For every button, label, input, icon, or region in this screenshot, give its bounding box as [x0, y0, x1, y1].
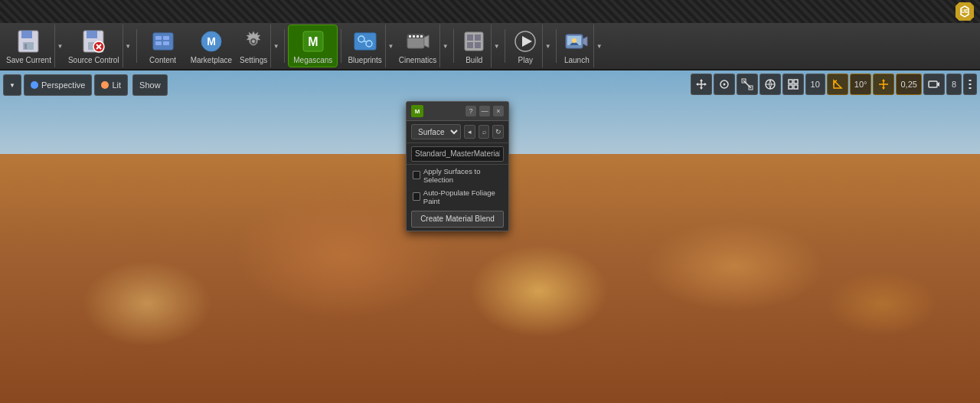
world-tool[interactable] — [760, 74, 781, 95]
svg-rect-12 — [155, 36, 162, 40]
svg-rect-58 — [789, 80, 792, 84]
svg-marker-48 — [700, 87, 703, 90]
play-arrow[interactable]: ▼ — [542, 25, 553, 67]
popup-icon-text: M — [415, 108, 420, 115]
viewport-mode-arrow[interactable]: ▼ — [3, 74, 21, 96]
perspective-button[interactable]: Perspective — [24, 74, 92, 96]
svg-rect-6 — [87, 31, 97, 38]
separator-6 — [556, 29, 557, 63]
cinematics-btn-group[interactable]: Cinematics ▼ — [396, 25, 450, 67]
grid-size[interactable]: 10 — [805, 74, 825, 95]
launch-button[interactable]: Launch — [560, 25, 593, 67]
svg-text:M: M — [207, 35, 216, 48]
show-label: Show — [139, 80, 161, 90]
perspective-dot — [31, 81, 38, 89]
cinematics-label: Cinematics — [399, 56, 436, 64]
show-button[interactable]: Show — [132, 74, 168, 96]
blueprints-button[interactable]: Blueprints — [345, 25, 384, 67]
content-button[interactable]: Content — [140, 25, 186, 67]
source-control-arrow[interactable]: ▼ — [122, 25, 133, 67]
rotate-icon — [718, 78, 730, 90]
scale-tool[interactable] — [737, 74, 758, 95]
apply-surfaces-checkbox[interactable] — [413, 171, 420, 179]
play-icon — [511, 28, 539, 54]
popup-refresh-btn[interactable]: ↻ — [492, 125, 504, 139]
material-search-input[interactable] — [411, 146, 504, 162]
camera-speed-icon[interactable] — [923, 74, 945, 95]
popup-controls: ? — × — [466, 106, 504, 116]
svg-rect-31 — [416, 35, 419, 38]
svg-rect-61 — [794, 85, 798, 89]
angle-value-btn[interactable]: 10° — [850, 74, 872, 95]
blueprints-arrow[interactable]: ▼ — [385, 25, 396, 67]
cinematics-button[interactable]: Cinematics — [396, 25, 439, 67]
svg-marker-49 — [696, 83, 698, 86]
settings-btn-group[interactable]: Settings ▼ — [237, 25, 281, 67]
play-button[interactable]: Play — [508, 25, 542, 67]
launch-arrow[interactable]: ▼ — [593, 25, 604, 67]
settings-label: Settings — [240, 56, 267, 64]
settings-icon — [240, 28, 267, 54]
build-btn-group[interactable]: Build ▼ — [457, 25, 501, 67]
megascans-icon: M — [299, 28, 327, 54]
source-control-button[interactable]: Source Control — [65, 25, 122, 67]
launch-btn-group[interactable]: Launch ▼ — [560, 25, 604, 67]
apply-surfaces-label: Apply Surfaces to Selection — [423, 167, 502, 184]
settings-arrow[interactable]: ▼ — [270, 25, 281, 67]
popup-megascans-icon: M — [411, 105, 423, 117]
svg-rect-36 — [475, 34, 481, 41]
snap-value-btn[interactable]: 0,25 — [896, 74, 921, 95]
lit-dot — [101, 81, 109, 89]
title-bar: UE — [0, 0, 980, 23]
grid-value: 10 — [811, 80, 820, 89]
popup-help-btn[interactable]: ? — [466, 106, 476, 116]
svg-rect-2 — [21, 31, 32, 38]
svg-rect-15 — [163, 41, 169, 45]
marketplace-button[interactable]: M Marketplace — [186, 25, 237, 67]
separator-5 — [505, 29, 505, 63]
lit-button[interactable]: Lit — [94, 74, 128, 96]
play-btn-group[interactable]: Play ▼ — [508, 25, 553, 67]
camera-icon — [928, 78, 940, 90]
popup-minimize-btn[interactable]: — — [479, 106, 490, 116]
svg-rect-13 — [163, 36, 169, 40]
settings-button[interactable]: Settings — [237, 25, 270, 67]
popup-search-row — [407, 143, 508, 165]
build-button[interactable]: Build — [457, 25, 491, 67]
rotate-tool[interactable] — [714, 74, 735, 95]
source-control-btn-group[interactable]: Source Control ▼ — [65, 25, 133, 67]
popup-back-btn[interactable]: ◂ — [464, 125, 475, 139]
svg-point-52 — [723, 84, 725, 86]
camera-value-btn[interactable]: 8 — [946, 74, 962, 95]
viewport-settings-btn[interactable] — [963, 74, 977, 95]
scale-icon — [741, 78, 753, 90]
auto-populate-checkbox[interactable] — [413, 192, 420, 201]
create-material-blend-button[interactable]: Create Material Blend — [411, 211, 504, 228]
cinematics-arrow[interactable]: ▼ — [439, 25, 450, 67]
surface-dropdown[interactable]: Surface — [411, 124, 461, 139]
svg-marker-47 — [700, 79, 703, 81]
megascans-button[interactable]: M Megascans — [288, 25, 338, 67]
svg-marker-50 — [704, 83, 707, 86]
save-current-arrow[interactable]: ▼ — [54, 25, 65, 67]
blueprints-btn-group[interactable]: Blueprints ▼ — [345, 25, 395, 67]
svg-rect-66 — [929, 81, 937, 87]
snap-tool[interactable] — [782, 74, 804, 95]
popup-search-btn[interactable]: ⌕ — [479, 125, 490, 139]
angle-snap-icon-btn[interactable] — [827, 74, 848, 95]
separator-4 — [453, 29, 454, 63]
separator-1 — [136, 29, 137, 63]
save-current-label: Save Current — [6, 56, 51, 64]
scale-snap-btn[interactable] — [873, 74, 894, 95]
svg-rect-30 — [413, 35, 415, 38]
build-arrow[interactable]: ▼ — [491, 25, 501, 67]
save-current-button[interactable]: Save Current — [3, 25, 54, 67]
translate-tool[interactable] — [691, 74, 712, 95]
megascans-label: Megascans — [293, 56, 332, 64]
save-current-btn-group[interactable]: Save Current ▼ — [3, 25, 65, 67]
cinematics-icon — [404, 28, 432, 54]
popup-close-btn[interactable]: × — [493, 106, 504, 116]
translate-icon — [695, 78, 707, 90]
megascans-popup: M ? — × Surface ◂ ⌕ ↻ — [406, 101, 509, 231]
svg-rect-14 — [155, 41, 162, 45]
